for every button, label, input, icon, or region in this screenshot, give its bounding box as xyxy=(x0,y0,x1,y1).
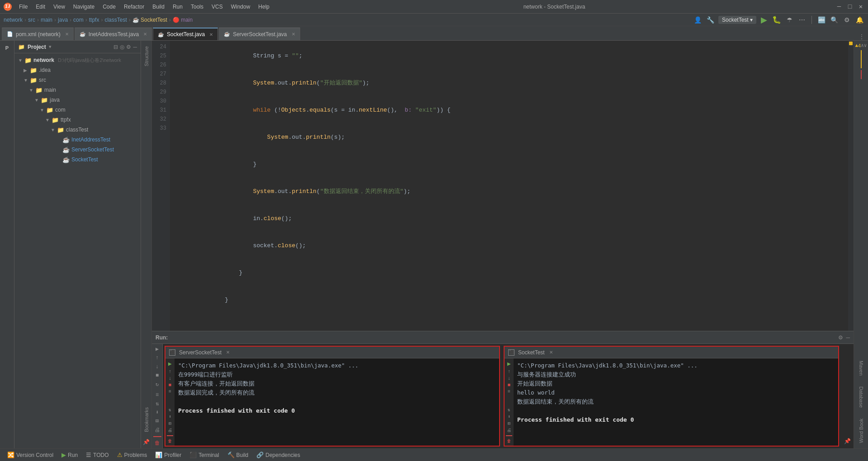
bottom-dependencies[interactable]: 🔗 Dependencies xyxy=(253,451,304,459)
breadcrumb-main[interactable]: main xyxy=(41,17,52,23)
breadcrumb-classtest[interactable]: classTest xyxy=(104,17,127,23)
run-config-dropdown[interactable]: SocketTest ▾ xyxy=(718,16,756,24)
menu-edit[interactable]: Edit xyxy=(32,3,49,11)
console-right-print[interactable]: 🖨 xyxy=(507,428,511,433)
run-button[interactable]: ▶ xyxy=(759,15,769,25)
run-print[interactable]: 🖨 xyxy=(153,427,162,433)
breadcrumb-ttpfx[interactable]: ttpfx xyxy=(89,17,99,23)
tab-sockettest-close[interactable]: ✕ xyxy=(209,32,213,37)
menu-run[interactable]: Run xyxy=(169,3,186,11)
tab-pom[interactable]: 📄 pom.xml (network) ✕ xyxy=(2,28,74,40)
run-format[interactable]: ≡ xyxy=(153,391,162,398)
project-panel-toggle[interactable]: P xyxy=(1,42,14,53)
run-settings-icon[interactable]: ⚙ xyxy=(838,334,843,341)
tab-sockettest[interactable]: ☕ SocketTest.java ✕ xyxy=(153,28,218,40)
run-align[interactable]: ⇅ xyxy=(153,400,162,407)
console-right-stop[interactable]: ■ xyxy=(508,382,511,388)
console-left-run[interactable]: ▶ xyxy=(168,360,172,367)
tab-pom-close[interactable]: ✕ xyxy=(65,32,69,37)
console-left-align[interactable]: ⇅ xyxy=(169,407,171,413)
tree-item-ttpfx[interactable]: ▼ 📁 ttpfx xyxy=(14,115,141,125)
menu-file[interactable]: File xyxy=(15,3,31,11)
maximize-button[interactable]: □ xyxy=(846,3,854,10)
breadcrumb-main[interactable]: 🔴 main xyxy=(173,17,193,23)
tab-serversocket[interactable]: ☕ ServerSocketTest.java ✕ xyxy=(219,28,300,40)
menu-refactor[interactable]: Refactor xyxy=(120,3,148,11)
bottom-build[interactable]: 🔨 Build xyxy=(224,451,252,459)
sidebar-item-structure[interactable]: Structure xyxy=(142,41,151,72)
hide-panel-btn[interactable]: ─ xyxy=(133,44,137,50)
console-right-tab[interactable]: SocketTest ✕ xyxy=(518,349,553,356)
tab-inetaddress-close[interactable]: ✕ xyxy=(143,32,147,37)
run-filter[interactable]: ⊞ xyxy=(153,418,162,424)
tree-item-main[interactable]: ▼ 📁 main xyxy=(14,85,141,95)
sidebar-item-bookmarks[interactable]: Bookmarks xyxy=(142,402,151,437)
maven-panel-label[interactable]: Maven xyxy=(857,355,866,381)
pin-icon[interactable]: 📌 xyxy=(142,437,151,447)
menu-navigate[interactable]: Navigate xyxy=(70,3,98,11)
tab-serversocket-close[interactable]: ✕ xyxy=(292,32,295,37)
run-dl[interactable]: ⬇ xyxy=(153,409,162,416)
tree-item-classtest[interactable]: ▼ 📁 classTest xyxy=(14,125,141,135)
tree-item-network[interactable]: ▼ 📁 network D:\代码\java核心卷2\network xyxy=(14,55,141,65)
bottom-problems[interactable]: ⚠ Problems xyxy=(113,451,151,459)
console-right-close[interactable]: ✕ xyxy=(549,350,553,355)
project-panel-arrow[interactable]: ▾ xyxy=(49,44,52,50)
search-button[interactable]: 🔍 xyxy=(829,15,839,25)
console-right-run[interactable]: ▶ xyxy=(507,360,511,367)
bottom-version-control[interactable]: 🔀 Version Control xyxy=(4,451,57,459)
console-left-filter[interactable]: ⊞ xyxy=(169,421,171,426)
run-stop[interactable]: ■ xyxy=(153,372,162,379)
bottom-profiler[interactable]: 📊 Profiler xyxy=(151,451,185,459)
translate-button[interactable]: 🔤 xyxy=(816,15,826,25)
console-left-print[interactable]: 🖨 xyxy=(168,428,172,433)
run-close-icon[interactable]: ─ xyxy=(846,334,850,341)
breadcrumb-src[interactable]: src xyxy=(28,17,35,23)
run-trash[interactable]: 🗑 xyxy=(153,440,162,447)
minimize-button[interactable]: ─ xyxy=(835,3,843,10)
tab-inetaddress[interactable]: ☕ InetAddressTest.java ✕ xyxy=(75,28,152,40)
menu-window[interactable]: Window xyxy=(227,3,254,11)
wordbook-panel-label[interactable]: Word Book xyxy=(857,413,866,448)
console-right-dl[interactable]: ⬇ xyxy=(508,414,510,419)
collapse-all-btn[interactable]: ⊟ xyxy=(113,44,118,50)
run-up-arrow[interactable]: ↑ xyxy=(153,354,162,361)
menu-tools[interactable]: Tools xyxy=(187,3,207,11)
tab-more-button[interactable]: ⋮ xyxy=(855,33,868,40)
tree-item-inetaddresstest[interactable]: ▶ ☕ InetAddressTest xyxy=(14,135,141,145)
console-right-format[interactable]: ≡ xyxy=(508,389,510,394)
tree-item-com[interactable]: ▼ 📁 com xyxy=(14,105,141,115)
console-left-trash[interactable]: 🗑 xyxy=(168,438,172,444)
debug-button[interactable]: 🐛 xyxy=(772,15,782,25)
menu-vcs[interactable]: VCS xyxy=(208,3,226,11)
breadcrumb-sockettest[interactable]: ☕ SocketTest xyxy=(132,17,167,23)
console-pin-icon[interactable]: 📌 xyxy=(844,438,851,445)
warning-up-btn[interactable]: ∧ xyxy=(861,42,864,48)
breadcrumb-com[interactable]: com xyxy=(73,17,84,23)
settings-btn[interactable]: ⚙ xyxy=(126,44,131,50)
menu-code[interactable]: Code xyxy=(99,3,119,11)
locate-btn[interactable]: ◎ xyxy=(120,44,124,50)
console-right-filter[interactable]: ⊞ xyxy=(508,421,510,426)
tree-item-idea[interactable]: ▶ 📁 .idea xyxy=(14,65,141,75)
inspect-button[interactable]: 🔧 xyxy=(706,15,716,25)
bottom-run[interactable]: ▶ Run xyxy=(58,451,81,459)
tree-item-sockettest[interactable]: ▶ ☕ SocketTest xyxy=(14,155,141,165)
settings-button[interactable]: ⚙ xyxy=(842,15,852,25)
console-left-up[interactable]: ↑ xyxy=(169,369,172,374)
run-rerun[interactable]: ↻ xyxy=(153,381,162,388)
console-left-format[interactable]: ≡ xyxy=(169,389,171,394)
run-down-arrow[interactable]: ↓ xyxy=(153,363,162,370)
breadcrumb-java[interactable]: java xyxy=(58,17,68,23)
bottom-terminal[interactable]: ⬛ Terminal xyxy=(186,451,222,459)
console-right-down[interactable]: ↓ xyxy=(508,376,511,381)
run-green-play[interactable]: ▶ xyxy=(153,346,162,353)
breadcrumb-network[interactable]: network xyxy=(4,17,23,23)
console-right-trash[interactable]: 🗑 xyxy=(507,438,511,444)
menu-build[interactable]: Build xyxy=(149,3,168,11)
menu-help[interactable]: Help xyxy=(255,3,273,11)
warning-down-btn[interactable]: ∨ xyxy=(864,42,867,48)
tree-item-src[interactable]: ▼ 📁 src xyxy=(14,75,141,85)
console-left-body[interactable]: "C:\Program Files\Java\jdk1.8.0_351\bin\… xyxy=(175,358,499,446)
menu-view[interactable]: View xyxy=(50,3,69,11)
